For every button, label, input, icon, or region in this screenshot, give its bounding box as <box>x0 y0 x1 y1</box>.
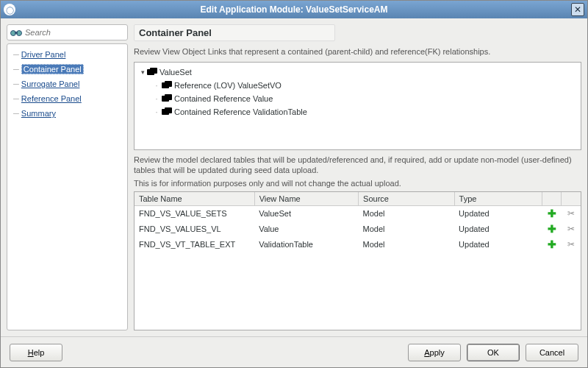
cell-type: Updated <box>454 205 542 221</box>
help-button[interactable]: Help <box>10 344 62 361</box>
cut-row-icon[interactable]: ✂ <box>562 205 581 221</box>
tree-node-label: Reference (LOV) ValueSetVO <box>174 81 282 90</box>
nav-item-container-panel[interactable]: ─ Container Panel <box>7 62 127 77</box>
table-description-1: Review the model declared tables that wi… <box>134 155 581 175</box>
help-label-rest: elp <box>34 348 45 357</box>
tree-node[interactable]: ·Contained Reference Value <box>139 92 576 105</box>
cell-view-name: Value <box>254 221 358 236</box>
tree-prefix: ─ <box>13 109 21 118</box>
tables-grid[interactable]: Table NameView NameSourceType FND_VS_VAL… <box>134 191 581 330</box>
cell-source: Model <box>359 205 455 221</box>
main-panel: Container Panel Review View Object Links… <box>134 24 581 330</box>
add-row-icon[interactable]: ✚ <box>542 221 562 236</box>
col-header[interactable]: Table Name <box>135 192 254 205</box>
view-object-icon <box>161 93 173 104</box>
nav-link[interactable]: Summary <box>21 109 56 118</box>
svg-rect-10 <box>165 107 172 113</box>
svg-rect-4 <box>150 68 157 74</box>
add-row-icon[interactable]: ✚ <box>542 205 562 221</box>
nav-link[interactable]: Reference Panel <box>21 94 82 104</box>
nav-item-driver-panel[interactable]: ─ Driver Panel <box>7 47 127 62</box>
dialog-window: ◯ Edit Application Module: ValueSetServi… <box>0 0 588 368</box>
apply-button[interactable]: Apply <box>408 344 461 361</box>
svg-rect-8 <box>165 94 172 100</box>
dialog-footer: Help Apply OK Cancel <box>1 336 587 367</box>
col-header[interactable] <box>562 192 581 205</box>
tree-prefix: ─ <box>13 94 21 103</box>
search-input[interactable] <box>25 28 127 37</box>
cell-table-name: FND_VS_VALUE_SETS <box>135 205 254 221</box>
table-description-2: This is for information purposes only an… <box>134 178 581 188</box>
search-box[interactable] <box>7 24 128 40</box>
tree-prefix: ─ <box>13 65 21 74</box>
cancel-button[interactable]: Cancel <box>526 344 578 361</box>
view-object-icon <box>146 67 158 77</box>
cell-source: Model <box>359 221 455 236</box>
svg-rect-2 <box>15 32 18 34</box>
nav-link[interactable]: Container Panel <box>21 64 84 74</box>
table-row[interactable]: FND_VS_VT_TABLE_EXTValidationTableModelU… <box>135 236 581 252</box>
app-icon: ◯ <box>4 4 15 15</box>
tree-prefix: ─ <box>13 79 21 88</box>
col-header[interactable]: Type <box>454 192 542 205</box>
nav-item-surrogate-panel[interactable]: ─ Surrogate Panel <box>7 77 127 91</box>
cell-view-name: ValueSet <box>254 205 358 221</box>
nav-item-summary[interactable]: ─ Summary <box>7 106 127 121</box>
view-object-icon <box>161 80 173 91</box>
cell-type: Updated <box>454 221 542 236</box>
ok-button[interactable]: OK <box>467 344 520 361</box>
cell-source: Model <box>359 236 455 252</box>
tree-node[interactable]: ·Reference (LOV) ValueSetVO <box>139 79 576 92</box>
table-header-row: Table NameView NameSourceType <box>135 192 581 205</box>
sidebar: ─ Driver Panel─ Container Panel─ Surroga… <box>7 24 128 330</box>
titlebar[interactable]: ◯ Edit Application Module: ValueSetServi… <box>1 1 587 18</box>
tree-node-label: Contained Reference ValidationTable <box>174 107 307 116</box>
tree-connector: · <box>152 107 161 116</box>
nav-link[interactable]: Driver Panel <box>21 50 66 60</box>
cell-table-name: FND_VS_VALUES_VL <box>135 221 254 236</box>
nav-item-reference-panel[interactable]: ─ Reference Panel <box>7 91 127 106</box>
tree-connector: · <box>152 94 161 103</box>
cut-row-icon[interactable]: ✂ <box>562 221 581 236</box>
tree-prefix: ─ <box>13 50 21 59</box>
close-icon[interactable]: ✕ <box>571 3 584 16</box>
dialog-body: ─ Driver Panel─ Container Panel─ Surroga… <box>1 18 587 336</box>
cell-type: Updated <box>454 236 542 252</box>
panel-description: Review View Object Links that represent … <box>134 47 581 56</box>
apply-label-rest: pply <box>430 348 445 357</box>
col-header[interactable]: Source <box>359 192 455 205</box>
tables-table: Table NameView NameSourceType FND_VS_VAL… <box>135 192 581 252</box>
nav-list: ─ Driver Panel─ Container Panel─ Surroga… <box>7 43 128 330</box>
binoculars-icon <box>10 27 22 38</box>
help-label: H <box>28 348 34 357</box>
apply-label: A <box>424 348 429 357</box>
nav-link[interactable]: Surrogate Panel <box>21 79 80 89</box>
cell-table-name: FND_VS_VT_TABLE_EXT <box>135 236 254 252</box>
view-object-tree[interactable]: ▾ValueSet·Reference (LOV) ValueSetVO·Con… <box>134 62 581 150</box>
svg-rect-6 <box>165 81 172 87</box>
tree-node-label: Contained Reference Value <box>174 94 273 103</box>
window-title: Edit Application Module: ValueSetService… <box>201 4 388 15</box>
table-row[interactable]: FND_VS_VALUE_SETSValueSetModelUpdated✚✂ <box>135 205 581 221</box>
tree-node[interactable]: ·Contained Reference ValidationTable <box>139 105 576 118</box>
tree-connector: · <box>152 81 161 90</box>
cut-row-icon[interactable]: ✂ <box>562 236 581 252</box>
panel-title: Container Panel <box>134 24 335 41</box>
col-header[interactable]: View Name <box>254 192 358 205</box>
cell-view-name: ValidationTable <box>254 236 358 252</box>
col-header[interactable] <box>542 192 562 205</box>
expand-toggle-icon[interactable]: ▾ <box>139 68 146 76</box>
view-object-icon <box>161 107 173 117</box>
tree-node-label: ValueSet <box>159 68 192 77</box>
tree-node[interactable]: ▾ValueSet <box>139 66 576 79</box>
table-row[interactable]: FND_VS_VALUES_VLValueModelUpdated✚✂ <box>135 221 581 236</box>
add-row-icon[interactable]: ✚ <box>542 236 562 252</box>
table-body: FND_VS_VALUE_SETSValueSetModelUpdated✚✂F… <box>135 205 581 252</box>
